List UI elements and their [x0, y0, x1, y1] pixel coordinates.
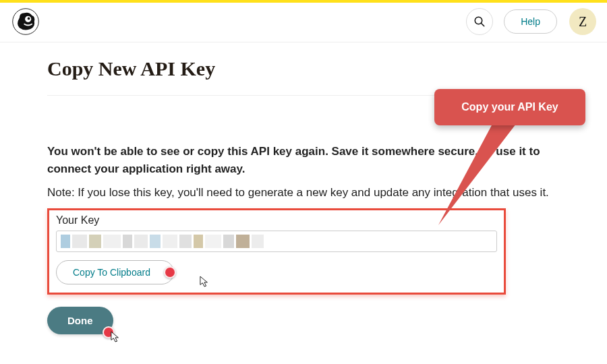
- done-button-label: Done: [67, 315, 93, 326]
- note-text: Note: If you lose this key, you'll need …: [47, 184, 560, 202]
- main-content: Copy New API Key You won't be able to se…: [0, 42, 607, 334]
- key-field-label: Your Key: [56, 214, 497, 226]
- app-header: Help Z: [0, 3, 607, 42]
- search-button[interactable]: [466, 8, 493, 35]
- warning-text: You won't be able to see or copy this AP…: [47, 143, 560, 179]
- svg-line-4: [481, 23, 484, 26]
- avatar[interactable]: Z: [569, 8, 596, 35]
- svg-point-2: [28, 18, 30, 20]
- cursor-icon: [200, 276, 209, 288]
- annotation-marker: [164, 266, 176, 278]
- mailchimp-logo[interactable]: [11, 7, 40, 36]
- redacted-key-value: [61, 231, 492, 251]
- copy-to-clipboard-button[interactable]: Copy To Clipboard: [56, 260, 174, 284]
- done-button[interactable]: Done: [47, 307, 113, 334]
- callout-bubble: Copy your API Key: [434, 89, 585, 125]
- callout-text: Copy your API Key: [461, 101, 558, 113]
- key-highlight-box: Your Key Copy To Clipboard: [47, 208, 506, 295]
- cursor-icon: [111, 331, 120, 343]
- search-icon: [473, 16, 486, 28]
- copy-button-label: Copy To Clipboard: [73, 267, 150, 278]
- api-key-field[interactable]: [56, 231, 497, 252]
- help-button[interactable]: Help: [504, 9, 557, 34]
